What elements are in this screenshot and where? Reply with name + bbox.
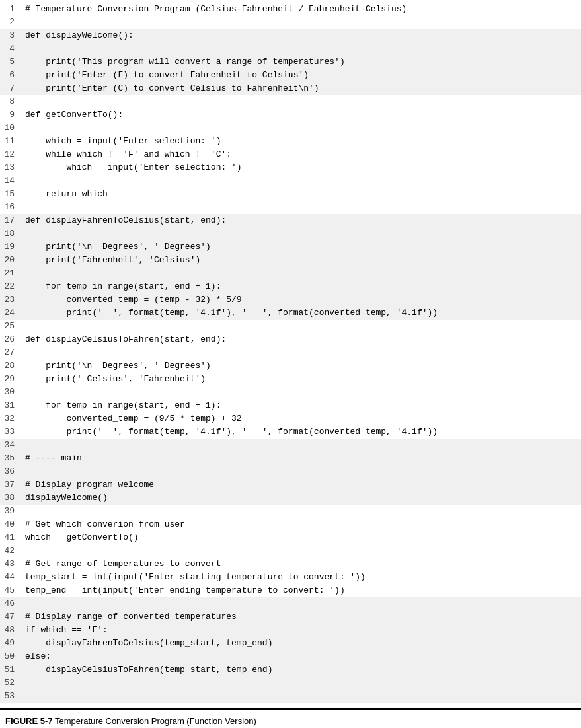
line-number: 19	[0, 240, 21, 254]
line-number: 43	[0, 558, 21, 571]
code-line: 9def getConvertTo():	[0, 108, 581, 122]
code-line: 10	[0, 122, 581, 135]
line-number: 29	[0, 373, 21, 386]
code-line: 37# Display program welcome	[0, 478, 581, 491]
line-content: if which == 'F':	[21, 624, 581, 637]
line-number: 44	[0, 571, 21, 584]
code-line: 2	[0, 16, 581, 29]
line-number: 20	[0, 254, 21, 267]
line-number: 8	[0, 95, 21, 108]
line-content: print(' ', format(temp, '4.1f'), ' ', fo…	[21, 307, 581, 320]
code-line: 4	[0, 42, 581, 55]
line-number: 26	[0, 333, 21, 346]
code-line: 47# Display range of converted temperatu…	[0, 610, 581, 624]
line-number: 4	[0, 42, 21, 55]
code-line: 13 which = input('Enter selection: ')	[0, 161, 581, 174]
code-line: 16	[0, 201, 581, 214]
code-line: 24 print(' ', format(temp, '4.1f'), ' ',…	[0, 307, 581, 320]
code-line: 8	[0, 95, 581, 108]
line-content: temp_start = int(input('Enter starting t…	[21, 571, 581, 584]
line-content: return which	[21, 188, 581, 201]
code-line: 33 print(' ', format(temp, '4.1f'), ' ',…	[0, 425, 581, 439]
code-line: 6 print('Enter (F) to convert Fahrenheit…	[0, 69, 581, 82]
line-number: 34	[0, 439, 21, 452]
line-number: 27	[0, 346, 21, 359]
line-number: 53	[0, 690, 21, 703]
code-line: 46	[0, 597, 581, 610]
line-number: 32	[0, 412, 21, 425]
line-content: # Display range of converted temperature…	[21, 610, 581, 624]
code-line: 43# Get range of temperatures to convert	[0, 558, 581, 571]
code-line: 31 for temp in range(start, end + 1):	[0, 399, 581, 412]
line-content: # Get range of temperatures to convert	[21, 558, 581, 571]
line-number: 18	[0, 227, 21, 240]
line-content: converted_temp = (9/5 * temp) + 32	[21, 412, 581, 425]
code-line: 44temp_start = int(input('Enter starting…	[0, 571, 581, 584]
line-number: 35	[0, 452, 21, 465]
caption-text: Temperature Conversion Program (Function…	[55, 716, 256, 726]
line-content: def displayCelsiusToFahren(start, end):	[21, 333, 581, 346]
line-number: 47	[0, 610, 21, 624]
code-line: 53	[0, 690, 581, 703]
line-content: print('Enter (C) to convert Celsius to F…	[21, 82, 581, 95]
line-number: 13	[0, 161, 21, 174]
line-content: # Temperature Conversion Program (Celsiu…	[21, 3, 581, 16]
line-number: 1	[0, 3, 21, 16]
line-number: 31	[0, 399, 21, 412]
line-content: displayWelcome()	[21, 491, 581, 505]
code-line: 11 which = input('Enter selection: ')	[0, 135, 581, 148]
code-line: 48if which == 'F':	[0, 624, 581, 637]
code-line: 25	[0, 320, 581, 333]
line-number: 48	[0, 624, 21, 637]
code-line: 17def displayFahrenToCelsius(start, end)…	[0, 214, 581, 227]
code-line: 38displayWelcome()	[0, 491, 581, 505]
line-number: 45	[0, 584, 21, 597]
line-number: 10	[0, 122, 21, 135]
line-number: 52	[0, 676, 21, 690]
line-number: 17	[0, 214, 21, 227]
line-number: 46	[0, 597, 21, 610]
code-line: 28 print('\n Degrees', ' Degrees')	[0, 359, 581, 373]
caption-label: FIGURE 5-7	[5, 716, 53, 726]
line-number: 7	[0, 82, 21, 95]
line-content: which = getConvertTo()	[21, 531, 581, 544]
line-content: # Display program welcome	[21, 478, 581, 491]
line-content: print('Enter (F) to convert Fahrenheit t…	[21, 69, 581, 82]
line-number: 39	[0, 505, 21, 518]
code-area: 1# Temperature Conversion Program (Celsi…	[0, 0, 581, 708]
code-line: 14	[0, 174, 581, 188]
code-line: 18	[0, 227, 581, 240]
line-content: print(' ', format(temp, '4.1f'), ' ', fo…	[21, 425, 581, 439]
line-number: 5	[0, 55, 21, 69]
line-number: 12	[0, 148, 21, 161]
code-line: 29 print(' Celsius', 'Fahrenheit')	[0, 373, 581, 386]
code-line: 35# ---- main	[0, 452, 581, 465]
line-content: print('Fahrenheit', 'Celsius')	[21, 254, 581, 267]
line-number: 21	[0, 267, 21, 280]
line-content: which = input('Enter selection: ')	[21, 135, 581, 148]
line-content: for temp in range(start, end + 1):	[21, 399, 581, 412]
line-number: 41	[0, 531, 21, 544]
code-line: 49 displayFahrenToCelsius(temp_start, te…	[0, 637, 581, 650]
code-line: 36	[0, 465, 581, 478]
code-line: 27	[0, 346, 581, 359]
line-number: 49	[0, 637, 21, 650]
code-line: 5 print('This program will convert a ran…	[0, 55, 581, 69]
line-content: displayCelsiusToFahren(temp_start, temp_…	[21, 663, 581, 676]
code-line: 15 return which	[0, 188, 581, 201]
line-number: 15	[0, 188, 21, 201]
line-number: 36	[0, 465, 21, 478]
line-content: temp_end = int(input('Enter ending tempe…	[21, 584, 581, 597]
line-content: # Get which converion from user	[21, 518, 581, 531]
code-line: 51 displayCelsiusToFahren(temp_start, te…	[0, 663, 581, 676]
code-line: 52	[0, 676, 581, 690]
line-number: 51	[0, 663, 21, 676]
code-line: 39	[0, 505, 581, 518]
line-content: def displayFahrenToCelsius(start, end):	[21, 214, 581, 227]
line-number: 40	[0, 518, 21, 531]
line-number: 14	[0, 174, 21, 188]
line-number: 2	[0, 16, 21, 29]
line-number: 28	[0, 359, 21, 373]
line-number: 37	[0, 478, 21, 491]
code-line: 41which = getConvertTo()	[0, 531, 581, 544]
